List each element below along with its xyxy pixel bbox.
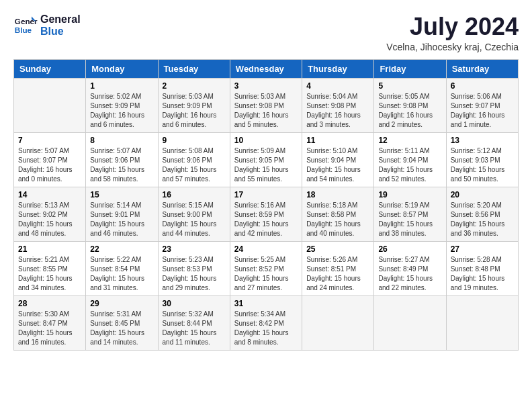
calendar-cell: 14Sunrise: 5:13 AMSunset: 9:02 PMDayligh… <box>14 187 86 241</box>
day-info: Sunrise: 5:18 AMSunset: 8:58 PMDaylight:… <box>306 201 369 238</box>
col-wednesday: Wednesday <box>230 59 302 78</box>
day-number: 20 <box>451 190 514 199</box>
day-info: Sunrise: 5:03 AMSunset: 9:09 PMDaylight:… <box>163 92 226 130</box>
calendar-cell: 9Sunrise: 5:08 AMSunset: 9:06 PMDaylight… <box>158 132 230 187</box>
calendar-cell: 16Sunrise: 5:15 AMSunset: 9:00 PMDayligh… <box>158 187 230 241</box>
calendar-cell <box>374 295 446 350</box>
day-info: Sunrise: 5:08 AMSunset: 9:06 PMDaylight:… <box>163 146 226 184</box>
col-tuesday: Tuesday <box>158 59 230 78</box>
calendar-cell: 23Sunrise: 5:23 AMSunset: 8:53 PMDayligh… <box>158 241 230 295</box>
day-number: 14 <box>18 190 81 199</box>
day-info: Sunrise: 5:23 AMSunset: 8:53 PMDaylight:… <box>163 255 226 293</box>
day-info: Sunrise: 5:16 AMSunset: 8:59 PMDaylight:… <box>234 201 298 238</box>
day-number: 16 <box>163 190 226 199</box>
calendar-cell: 26Sunrise: 5:27 AMSunset: 8:49 PMDayligh… <box>374 241 446 295</box>
header-row: Sunday Monday Tuesday Wednesday Thursday… <box>14 59 519 78</box>
day-info: Sunrise: 5:05 AMSunset: 9:08 PMDaylight:… <box>378 92 441 130</box>
day-info: Sunrise: 5:09 AMSunset: 9:05 PMDaylight:… <box>234 146 298 184</box>
calendar-cell: 21Sunrise: 5:21 AMSunset: 8:55 PMDayligh… <box>14 241 86 295</box>
calendar-cell: 13Sunrise: 5:12 AMSunset: 9:03 PMDayligh… <box>446 132 518 187</box>
calendar-week-2: 7Sunrise: 5:07 AMSunset: 9:07 PMDaylight… <box>14 132 519 187</box>
day-number: 8 <box>90 136 153 145</box>
calendar-cell: 27Sunrise: 5:28 AMSunset: 8:48 PMDayligh… <box>446 241 518 295</box>
day-number: 10 <box>234 136 298 145</box>
day-info: Sunrise: 5:30 AMSunset: 8:47 PMDaylight:… <box>18 310 81 347</box>
day-number: 9 <box>163 136 226 145</box>
day-number: 30 <box>163 299 226 308</box>
day-info: Sunrise: 5:34 AMSunset: 8:42 PMDaylight:… <box>234 310 298 347</box>
day-info: Sunrise: 5:03 AMSunset: 9:08 PMDaylight:… <box>234 92 298 130</box>
calendar-cell: 15Sunrise: 5:14 AMSunset: 9:01 PMDayligh… <box>86 187 158 241</box>
day-number: 18 <box>306 190 369 199</box>
day-number: 28 <box>18 299 81 308</box>
day-number: 5 <box>378 81 441 91</box>
day-info: Sunrise: 5:04 AMSunset: 9:08 PMDaylight:… <box>306 92 369 130</box>
day-number: 15 <box>90 190 153 199</box>
col-sunday: Sunday <box>14 59 86 78</box>
day-number: 24 <box>234 244 298 254</box>
logo-icon: General Blue <box>13 13 38 38</box>
calendar-week-3: 14Sunrise: 5:13 AMSunset: 9:02 PMDayligh… <box>14 187 519 241</box>
day-number: 17 <box>234 190 298 199</box>
day-info: Sunrise: 5:12 AMSunset: 9:03 PMDaylight:… <box>451 146 514 184</box>
calendar-cell <box>14 78 86 132</box>
calendar-cell: 11Sunrise: 5:10 AMSunset: 9:04 PMDayligh… <box>302 132 374 187</box>
day-number: 26 <box>378 244 441 254</box>
calendar-cell: 17Sunrise: 5:16 AMSunset: 8:59 PMDayligh… <box>230 187 302 241</box>
day-number: 21 <box>18 244 81 254</box>
calendar-cell <box>446 295 518 350</box>
calendar-cell: 3Sunrise: 5:03 AMSunset: 9:08 PMDaylight… <box>230 78 302 132</box>
svg-text:Blue: Blue <box>15 26 32 34</box>
day-info: Sunrise: 5:31 AMSunset: 8:45 PMDaylight:… <box>90 310 153 347</box>
calendar-cell: 22Sunrise: 5:22 AMSunset: 8:54 PMDayligh… <box>86 241 158 295</box>
page-header: General Blue General Blue July 2024 Vcel… <box>13 13 519 52</box>
calendar-cell: 4Sunrise: 5:04 AMSunset: 9:08 PMDaylight… <box>302 78 374 132</box>
col-friday: Friday <box>374 59 446 78</box>
day-info: Sunrise: 5:06 AMSunset: 9:07 PMDaylight:… <box>451 92 514 130</box>
calendar-cell: 2Sunrise: 5:03 AMSunset: 9:09 PMDaylight… <box>158 78 230 132</box>
day-info: Sunrise: 5:26 AMSunset: 8:51 PMDaylight:… <box>306 255 369 293</box>
calendar-week-5: 28Sunrise: 5:30 AMSunset: 8:47 PMDayligh… <box>14 295 519 350</box>
calendar-cell: 6Sunrise: 5:06 AMSunset: 9:07 PMDaylight… <box>446 78 518 132</box>
day-info: Sunrise: 5:32 AMSunset: 8:44 PMDaylight:… <box>163 310 226 347</box>
calendar-cell: 20Sunrise: 5:20 AMSunset: 8:56 PMDayligh… <box>446 187 518 241</box>
day-info: Sunrise: 5:07 AMSunset: 9:07 PMDaylight:… <box>18 146 81 184</box>
calendar-cell: 5Sunrise: 5:05 AMSunset: 9:08 PMDaylight… <box>374 78 446 132</box>
day-number: 12 <box>378 136 441 145</box>
day-number: 19 <box>378 190 441 199</box>
day-number: 1 <box>90 81 153 91</box>
calendar-cell: 18Sunrise: 5:18 AMSunset: 8:58 PMDayligh… <box>302 187 374 241</box>
calendar-cell <box>302 295 374 350</box>
title-block: July 2024 Vcelna, Jihocesky kraj, Czechi… <box>386 13 519 52</box>
calendar-cell: 28Sunrise: 5:30 AMSunset: 8:47 PMDayligh… <box>14 295 86 350</box>
calendar-cell: 19Sunrise: 5:19 AMSunset: 8:57 PMDayligh… <box>374 187 446 241</box>
col-monday: Monday <box>86 59 158 78</box>
day-number: 22 <box>90 244 153 254</box>
day-info: Sunrise: 5:19 AMSunset: 8:57 PMDaylight:… <box>378 201 441 238</box>
day-info: Sunrise: 5:22 AMSunset: 8:54 PMDaylight:… <box>90 255 153 293</box>
day-number: 2 <box>163 81 226 91</box>
calendar-week-4: 21Sunrise: 5:21 AMSunset: 8:55 PMDayligh… <box>14 241 519 295</box>
calendar-cell: 30Sunrise: 5:32 AMSunset: 8:44 PMDayligh… <box>158 295 230 350</box>
day-info: Sunrise: 5:15 AMSunset: 9:00 PMDaylight:… <box>163 201 226 238</box>
calendar-cell: 25Sunrise: 5:26 AMSunset: 8:51 PMDayligh… <box>302 241 374 295</box>
calendar-cell: 7Sunrise: 5:07 AMSunset: 9:07 PMDaylight… <box>14 132 86 187</box>
day-info: Sunrise: 5:27 AMSunset: 8:49 PMDaylight:… <box>378 255 441 293</box>
day-number: 29 <box>90 299 153 308</box>
calendar-cell: 24Sunrise: 5:25 AMSunset: 8:52 PMDayligh… <box>230 241 302 295</box>
day-info: Sunrise: 5:07 AMSunset: 9:06 PMDaylight:… <box>90 146 153 184</box>
calendar-cell: 8Sunrise: 5:07 AMSunset: 9:06 PMDaylight… <box>86 132 158 187</box>
logo-text-general: General <box>40 13 81 26</box>
day-info: Sunrise: 5:11 AMSunset: 9:04 PMDaylight:… <box>378 146 441 184</box>
month-title: July 2024 <box>386 13 519 40</box>
calendar-body: 1Sunrise: 5:02 AMSunset: 9:09 PMDaylight… <box>14 78 519 350</box>
day-info: Sunrise: 5:28 AMSunset: 8:48 PMDaylight:… <box>451 255 514 293</box>
logo: General Blue General Blue <box>13 13 81 38</box>
calendar-cell: 10Sunrise: 5:09 AMSunset: 9:05 PMDayligh… <box>230 132 302 187</box>
location-subtitle: Vcelna, Jihocesky kraj, Czechia <box>386 42 519 52</box>
day-number: 23 <box>163 244 226 254</box>
day-info: Sunrise: 5:25 AMSunset: 8:52 PMDaylight:… <box>234 255 298 293</box>
calendar-header: Sunday Monday Tuesday Wednesday Thursday… <box>14 59 519 78</box>
day-number: 11 <box>306 136 369 145</box>
logo-text-blue: Blue <box>40 26 81 38</box>
